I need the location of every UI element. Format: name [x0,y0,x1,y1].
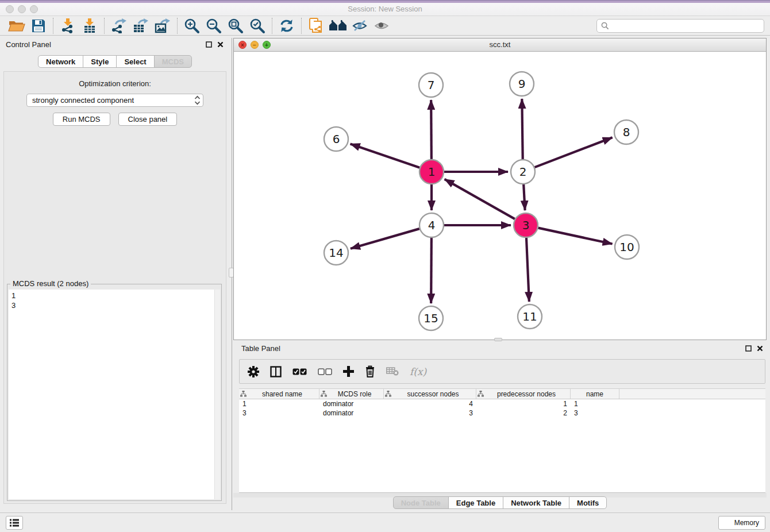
table-panel-title: Table Panel [241,344,280,353]
control-panel-title: Control Panel [6,40,51,49]
graph-edge-2-9[interactable] [522,99,522,159]
zoom-in-icon[interactable] [181,17,203,34]
mcds-result-box: MCDS result (2 nodes) 1 3 [7,284,222,501]
select-all-rows-icon[interactable] [292,368,307,375]
graph-node-label: 15 [424,311,438,325]
export-network-icon[interactable] [108,17,130,34]
search-input[interactable] [612,21,760,30]
export-image-icon[interactable] [152,17,174,34]
column-header-predecessor-nodes[interactable]: predecessor nodes [476,389,571,399]
graph-node-label: 11 [522,310,537,323]
function-builder-icon: f(x) [410,366,426,377]
graph-node-label: 3 [522,218,530,232]
toolbar-separator [53,18,53,34]
optimization-criterion-label: Optimization criterion: [4,79,226,88]
stepper-arrows-icon [194,95,201,105]
column-type-icon [240,391,247,397]
new-network-from-selection-icon[interactable] [305,17,327,34]
graph-node-label: 9 [518,77,526,91]
save-session-icon[interactable] [28,17,49,34]
graph-edge-2-3[interactable] [523,184,525,210]
cell-name: 3 [571,409,619,417]
column-header-name[interactable]: name [571,389,619,399]
refresh-view-icon[interactable] [276,17,298,34]
close-panel-icon[interactable] [757,345,763,352]
import-network-icon[interactable] [57,17,79,34]
application-window: Session: New Session [0,0,770,532]
graph-edge-4-15[interactable] [431,238,432,303]
column-type-icon [385,391,391,397]
export-table-icon[interactable] [130,17,152,34]
tab-select[interactable]: Select [116,55,154,68]
horizontal-divider-handle[interactable] [494,338,502,341]
table-header-row: shared name MCDS role successor nodes pr… [239,388,765,399]
mcds-result-list[interactable]: 1 3 [9,290,220,499]
tab-motifs[interactable]: Motifs [569,496,607,509]
graph-node-label: 4 [428,218,436,232]
zoom-fit-icon[interactable] [225,17,247,34]
column-header-successor-nodes[interactable]: successor nodes [384,389,476,399]
graph-edge-3-11[interactable] [526,238,529,302]
zoom-selected-icon[interactable] [247,17,268,34]
tab-style[interactable]: Style [83,55,117,68]
run-mcds-button[interactable]: Run MCDS [53,113,110,126]
graph-edge-4-14[interactable] [351,229,419,249]
toolbar-separator [272,18,272,34]
memory-button[interactable]: Memory [718,516,765,530]
control-panel-tabs: Network Style Select MCDS [0,55,230,68]
table-row[interactable]: 3 dominator 3 2 3 [239,408,765,418]
delete-column-icon[interactable] [365,365,375,377]
graph-node-label: 6 [333,132,340,146]
zoom-out-icon[interactable] [203,17,225,34]
tab-network[interactable]: Network [38,55,83,68]
graph-edge-2-8[interactable] [535,137,613,167]
add-column-icon[interactable] [343,366,354,377]
import-table-icon[interactable] [79,17,101,34]
result-node: 3 [9,300,220,310]
status-bar: Memory [0,512,770,532]
graph-edge-1-6[interactable] [351,144,420,167]
tab-node-table[interactable]: Node Table [393,496,449,509]
graph-node-label: 1 [428,165,436,179]
table-row[interactable]: 1 dominator 4 1 1 [239,399,765,408]
cell-successor-nodes: 4 [384,400,476,408]
tab-mcds[interactable]: MCDS [154,55,192,68]
optimization-criterion-select[interactable]: strongly connected component [26,94,203,107]
graph-edge-3-10[interactable] [538,228,613,244]
table-settings-gear-icon[interactable] [248,366,259,377]
cell-shared-name: 1 [239,400,319,408]
network-window-title: scc.txt [234,40,766,49]
first-neighbors-icon[interactable] [327,17,349,34]
cell-predecessor-nodes: 2 [476,409,571,417]
graph-node-label: 2 [519,165,527,179]
column-type-icon [478,391,484,397]
task-history-button[interactable] [6,516,23,530]
toolbar-separator [104,18,105,34]
result-node: 1 [9,290,220,300]
float-panel-icon[interactable] [745,345,752,352]
close-panel-icon[interactable] [217,41,224,48]
tab-edge-table[interactable]: Edge Table [448,496,503,509]
show-details-icon[interactable] [371,17,392,34]
close-panel-button[interactable]: Close panel [118,113,178,126]
scrollbar[interactable] [214,290,220,499]
search-box[interactable] [596,19,764,33]
toolbar-separator [301,18,302,34]
graph-node-label: 14 [329,246,343,260]
table-panel-buttons [745,345,763,352]
delete-table-icon [386,367,399,376]
graph-edge-1-7[interactable] [431,100,432,159]
float-panel-icon[interactable] [206,41,212,48]
tab-network-table[interactable]: Network Table [503,496,569,509]
column-header-mcds-role[interactable]: MCDS role [319,389,384,399]
graph-edge-3-1[interactable] [445,179,515,219]
open-session-icon[interactable] [6,17,28,34]
hide-details-icon[interactable] [349,17,371,34]
graph-node-label: 7 [428,78,435,92]
column-header-shared-name[interactable]: shared name [239,389,319,399]
deselect-all-rows-icon[interactable] [318,368,332,375]
main-toolbar [0,16,770,36]
column-panel-icon[interactable] [270,366,282,377]
network-canvas[interactable]: 7968124314101511 [234,52,766,340]
cell-predecessor-nodes: 1 [476,400,571,408]
